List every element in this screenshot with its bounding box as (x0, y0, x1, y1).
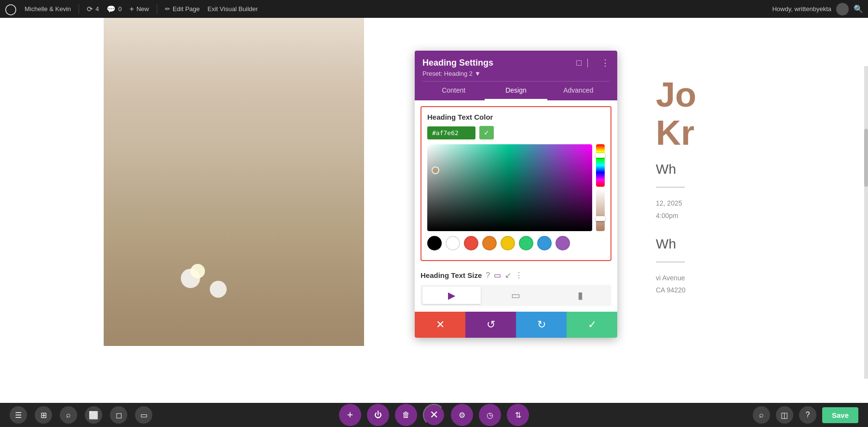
exit-visual-builder-btn[interactable]: Exit Visual Builder (207, 5, 258, 13)
edit-page-btn[interactable]: ✏ Edit Page (165, 5, 200, 13)
alpha-thumb[interactable] (596, 216, 605, 221)
color-section-title: Heading Text Color (427, 113, 605, 121)
swatch-yellow[interactable] (501, 236, 515, 250)
panel-tabs: Content Design Advanced (422, 81, 610, 100)
desktop-icon: ▶ (448, 290, 455, 301)
color-gradient[interactable] (427, 144, 592, 231)
close-builder-btn[interactable]: ✕ (423, 404, 445, 426)
swatch-white[interactable] (446, 236, 460, 250)
footer-redo-btn[interactable]: ↻ (516, 312, 567, 338)
page-text-content: Jo Kr Wh 12, 2025 4:00pm Wh vi Avenue CA… (637, 66, 868, 306)
swatch-blue[interactable] (537, 236, 552, 250)
page-info: 12, 2025 4:00pm (656, 197, 849, 221)
alpha-slider[interactable] (596, 189, 605, 231)
tab-content[interactable]: Content (422, 82, 485, 100)
bottom-toolbar-center: + ⏻ 🗑 ✕ ⚙ ◷ ⇅ (339, 404, 529, 426)
search-builder-btn[interactable]: ⌕ (60, 406, 77, 424)
swatch-orange[interactable] (482, 236, 497, 250)
settings-panel: Heading Settings □ ⎸ ⋮ Preset: Heading 2… (415, 51, 617, 338)
gear-btn[interactable]: ⚙ (451, 404, 473, 426)
page-heading: Jo Kr (656, 76, 849, 152)
device-tabs: ▶ ▭ ▮ (420, 285, 611, 306)
search-right-btn[interactable]: ⌕ (753, 406, 770, 424)
color-input-row: ✓ (427, 126, 605, 139)
site-name[interactable]: Michelle & Kevin (25, 5, 71, 13)
scrollbar-track[interactable] (864, 66, 868, 379)
settings-toggle-btn[interactable]: ☰ (10, 406, 27, 424)
howdy-text: Howdy, writtenbyekta (772, 5, 831, 13)
device-tablet[interactable]: ▭ (487, 287, 545, 304)
admin-search-icon[interactable]: 🔍 (854, 4, 863, 14)
color-swatches (427, 236, 605, 250)
save-btn[interactable]: Save (822, 407, 858, 423)
hue-slider[interactable] (596, 144, 605, 187)
help-btn[interactable]: ? (799, 406, 816, 424)
footer-undo-btn[interactable]: ↺ (465, 312, 516, 338)
layout-btn[interactable]: ⊞ (35, 406, 52, 424)
device-mobile[interactable]: ▮ (551, 287, 610, 304)
bottom-toolbar: ☰ ⊞ ⌕ ⬜ ◻ ▭ + ⏻ 🗑 ✕ ⚙ (0, 403, 868, 427)
size-section: Heading Text Size ? ▭ ↙ ⋮ ▶ ▭ ▮ (415, 267, 617, 312)
tab-design[interactable]: Design (485, 82, 547, 100)
wp-logo[interactable]: ◯ (5, 3, 17, 15)
mobile-view-btn[interactable]: ▭ (135, 406, 152, 424)
history-btn[interactable]: ◷ (479, 404, 501, 426)
tab-advanced[interactable]: Advanced (547, 82, 610, 100)
tablet-icon: ▭ (511, 290, 520, 301)
divider2 (656, 262, 685, 262)
panel-preset[interactable]: Preset: Heading 2 ▼ (422, 70, 610, 77)
size-cursor-icon: ↙ (505, 271, 511, 280)
swatch-green[interactable] (519, 236, 533, 250)
tablet-view-btn[interactable]: ◻ (110, 406, 127, 424)
color-picker-thumb[interactable] (432, 166, 439, 174)
color-hex-input[interactable] (427, 126, 475, 139)
panel-more-icon[interactable]: ⋮ (601, 57, 610, 68)
color-picker-wrapper (427, 144, 605, 231)
admin-bar: ◯ Michelle & Kevin ⟳ 4 💬 0 + New ✏ Edit … (0, 0, 868, 18)
size-section-title: Heading Text Size (420, 271, 482, 279)
add-module-btn[interactable]: + (339, 404, 361, 426)
size-responsive-icon[interactable]: ▭ (494, 271, 501, 280)
separator-2 (157, 4, 157, 14)
page-address: vi Avenue CA 94220 (656, 272, 849, 296)
panel-sidebar-icon[interactable]: ⎸ (587, 58, 595, 68)
panel-header-top: Heading Settings □ ⎸ ⋮ (422, 57, 610, 68)
trash-btn[interactable]: 🗑 (395, 404, 417, 426)
bottom-toolbar-left: ☰ ⊞ ⌕ ⬜ ◻ ▭ (10, 406, 152, 424)
revisions-btn[interactable]: ⟳ 4 (87, 5, 99, 14)
admin-bar-right: Howdy, writtenbyekta 🔍 (772, 3, 863, 15)
color-gradient-area[interactable] (427, 144, 592, 231)
size-more-icon[interactable]: ⋮ (515, 271, 523, 280)
portability-btn[interactable]: ⇅ (507, 404, 529, 426)
size-help-icon[interactable]: ? (486, 271, 490, 280)
separator-1 (79, 4, 79, 14)
page-subheading: Wh (656, 162, 849, 177)
hue-thumb[interactable] (596, 153, 605, 158)
bottom-toolbar-right: ⌕ ◫ ? Save (753, 406, 858, 424)
size-section-header: Heading Text Size ? ▭ ↙ ⋮ (420, 271, 611, 280)
color-sliders (596, 144, 605, 231)
color-picker-section: Heading Text Color ✓ (420, 106, 611, 261)
swatch-purple[interactable] (556, 236, 570, 250)
new-btn[interactable]: + New (130, 5, 149, 14)
panel-header-icons: □ ⎸ ⋮ (576, 57, 610, 68)
page-subheading2: Wh (656, 236, 849, 252)
divider (656, 187, 685, 188)
power-btn[interactable]: ⏻ (367, 404, 389, 426)
panel-footer: ✕ ↺ ↻ ✓ (415, 312, 617, 338)
panel-header: Heading Settings □ ⎸ ⋮ Preset: Heading 2… (415, 51, 617, 100)
layers-btn[interactable]: ◫ (776, 406, 793, 424)
desktop-view-btn[interactable]: ⬜ (85, 406, 102, 424)
color-confirm-btn[interactable]: ✓ (479, 126, 494, 139)
device-desktop[interactable]: ▶ (422, 287, 481, 304)
panel-title: Heading Settings (422, 58, 493, 68)
comments-btn[interactable]: 💬 0 (107, 5, 122, 14)
avatar[interactable] (836, 3, 849, 15)
hero-image (104, 18, 364, 346)
scrollbar-thumb[interactable] (864, 129, 868, 187)
swatch-red[interactable] (464, 236, 478, 250)
footer-cancel-btn[interactable]: ✕ (415, 312, 465, 338)
panel-expand-icon[interactable]: □ (576, 58, 582, 68)
footer-save-btn[interactable]: ✓ (567, 312, 617, 338)
swatch-black[interactable] (427, 236, 442, 250)
